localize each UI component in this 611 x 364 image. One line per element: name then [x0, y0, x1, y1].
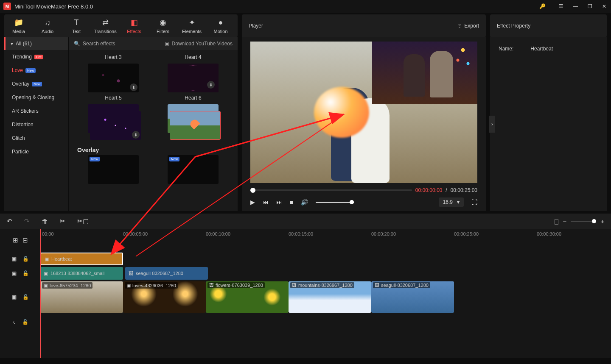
tab-motion[interactable]: ●Motion — [206, 14, 235, 37]
volume-icon[interactable]: 🔊 — [301, 199, 308, 206]
video-clip-5[interactable]: 🖼seagull-8320687_1280 — [371, 281, 454, 313]
chevron-down-icon: ▾ — [11, 41, 13, 47]
tab-elements[interactable]: ✦Elements — [177, 14, 206, 37]
fullscreen-button[interactable]: ⛶ — [471, 199, 477, 206]
filters-icon: ◉ — [160, 18, 166, 27]
category-ar-stickers[interactable]: AR Stickers — [4, 104, 68, 118]
category-distortion[interactable]: Distortion — [4, 118, 68, 131]
play-button[interactable]: ▶ — [250, 199, 255, 206]
hot-badge: Hot — [34, 55, 43, 59]
time-duration: 00:00:25:00 — [451, 187, 477, 193]
video-clip-1[interactable]: ▣love-6575234_1280 — [40, 281, 123, 313]
close-icon[interactable]: ✕ — [601, 3, 608, 10]
scrub-handle[interactable] — [250, 188, 255, 193]
tab-media[interactable]: 📁Media — [4, 14, 33, 37]
lock-icon[interactable]: 🔓 — [22, 270, 29, 276]
player-label: Player — [249, 23, 263, 29]
elements-icon: ✦ — [189, 18, 195, 27]
tab-filters[interactable]: ◉Filters — [149, 14, 177, 37]
lock-icon[interactable]: 🔓 — [22, 294, 29, 300]
search-icon: 🔍 — [74, 41, 80, 47]
tab-effects[interactable]: ◧Effects — [120, 14, 149, 37]
overlay-clip-2[interactable]: 🖼seagull-8320687_1280 — [125, 267, 208, 280]
category-love[interactable]: LoveNew — [4, 64, 68, 77]
effect-clip[interactable]: ▣Heartbeat — [40, 253, 123, 265]
category-particle[interactable]: Particle — [4, 145, 68, 158]
search-input[interactable]: 🔍Search effects — [74, 41, 115, 47]
zoom-handle[interactable] — [592, 219, 596, 223]
add-track-icon[interactable]: ⊞ — [13, 236, 18, 244]
folder-icon: 📁 — [14, 18, 23, 27]
tab-text[interactable]: TText — [62, 14, 91, 37]
fit-zoom-icon[interactable]: ⎕ — [555, 218, 558, 225]
image-icon: 🖼 — [129, 271, 133, 276]
category-trending[interactable]: TrendingHot — [4, 50, 68, 64]
download-icon[interactable]: ⬇ — [130, 83, 137, 91]
download-icon[interactable]: ⬇ — [207, 81, 215, 89]
effect-overlay-2[interactable]: New — [157, 155, 229, 184]
category-all[interactable]: ▾All (61) — [4, 37, 68, 50]
crop-button[interactable]: ✂▢ — [77, 217, 89, 225]
ruler-mark: 00:00:25:00 — [454, 231, 479, 236]
lock-icon[interactable]: 🔓 — [22, 256, 29, 262]
property-header: Effect Property — [490, 14, 607, 37]
video-track-icon: ▣ — [12, 294, 17, 300]
panel-expand-handle[interactable]: › — [489, 116, 495, 133]
category-opening-closing[interactable]: Opening & Closing — [4, 91, 68, 104]
prev-button[interactable]: ⏮ — [263, 199, 269, 206]
video-icon: ▣ — [44, 283, 48, 288]
youtube-icon: ▣ — [165, 41, 169, 47]
preview-viewport[interactable] — [250, 42, 477, 183]
minimize-icon[interactable]: — — [572, 3, 579, 10]
overlay-clip-1[interactable]: ▣168213-838884062_small — [40, 267, 123, 280]
zoom-in-button[interactable]: + — [600, 218, 604, 225]
video-icon: ▣ — [126, 283, 131, 288]
redo-button[interactable]: ↷ — [24, 217, 30, 225]
new-badge: New — [169, 157, 179, 161]
effect-heart4[interactable]: Heart 4⬇ — [157, 52, 229, 92]
category-overlay[interactable]: OverlayNew — [4, 77, 68, 91]
new-badge: New — [25, 68, 36, 73]
tab-audio[interactable]: ♫Audio — [33, 14, 62, 37]
audio-track-icon: ♫ — [12, 319, 16, 325]
stop-button[interactable]: ■ — [290, 199, 293, 206]
zoom-slider[interactable] — [571, 221, 596, 222]
download-yt-link[interactable]: ▣Download YouTube Videos — [165, 41, 233, 47]
zoom-out-button[interactable]: − — [563, 218, 566, 225]
video-clip-2[interactable]: ▣loves-4329036_1280 — [123, 281, 206, 313]
scrub-bar[interactable] — [250, 189, 412, 191]
effect-overlay-1[interactable]: New — [77, 155, 149, 184]
menu-icon[interactable]: ☰ — [558, 3, 564, 10]
collapse-tracks-icon[interactable]: ⊟ — [22, 236, 28, 244]
download-icon[interactable]: ⬇ — [132, 131, 140, 139]
new-badge: New — [32, 82, 42, 86]
delete-button[interactable]: 🗑 — [42, 218, 48, 225]
time-ruler[interactable]: 00:00 00:00:05:00 00:00:10:00 00:00:15:0… — [40, 229, 611, 252]
overlay-track-icon: ▣ — [12, 270, 17, 276]
undo-button[interactable]: ↶ — [7, 217, 12, 225]
key-icon[interactable]: 🔑 — [539, 3, 546, 10]
next-button[interactable]: ⏭ — [276, 199, 282, 206]
effect-heartbeat2-thumb[interactable]: ⬇ — [90, 111, 141, 140]
category-glitch[interactable]: Glitch — [4, 131, 68, 145]
effect-heart3[interactable]: Heart 3⬇ — [77, 52, 149, 92]
ruler-mark: 00:00:10:00 — [206, 231, 230, 236]
effects-grid: 🔍Search effects ▣Download YouTube Videos… — [69, 37, 238, 211]
player-panel: 00:00:00:00 / 00:00:25:00 ▶ ⏮ ⏭ ■ 🔊 16:9… — [242, 37, 486, 211]
effect-heartbeat-thumb[interactable] — [170, 111, 221, 140]
lock-icon[interactable]: 🔓 — [22, 319, 28, 325]
main-tabs: 📁Media ♫Audio TText ⇄Transitions ◧Effect… — [4, 14, 238, 37]
maximize-icon[interactable]: ❐ — [586, 3, 593, 10]
volume-slider[interactable] — [316, 202, 354, 203]
tab-transitions[interactable]: ⇄Transitions — [91, 14, 120, 37]
video-clip-4[interactable]: 🖼mountains-8326967_1280 — [289, 281, 371, 313]
video-clip-3[interactable]: 🖼flowers-8763039_1280 — [206, 281, 289, 313]
export-button[interactable]: ⇪ Export — [457, 23, 479, 29]
audio-track[interactable] — [40, 314, 611, 331]
picture-in-picture — [372, 42, 477, 104]
aspect-ratio-select[interactable]: 16:9▾ — [439, 197, 464, 207]
playhead[interactable] — [40, 229, 41, 358]
volume-handle[interactable] — [350, 200, 354, 204]
split-button[interactable]: ✂ — [60, 217, 65, 225]
prop-name-label: Name: — [499, 46, 513, 52]
